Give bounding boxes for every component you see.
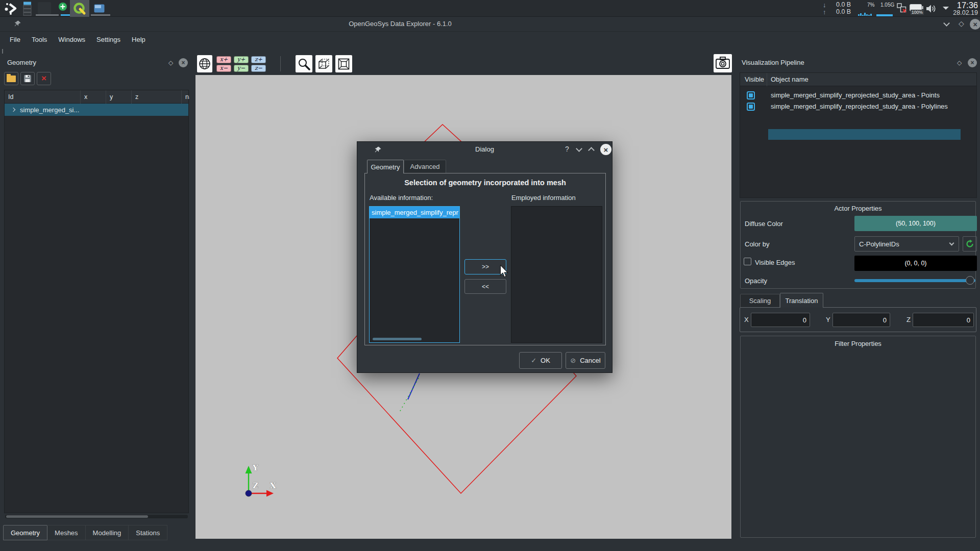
toolbar-drag-handle[interactable]	[2, 49, 3, 54]
dock-close-icon[interactable]: ×	[968, 58, 977, 67]
actor-properties-group: Actor Properties Diffuse Color (50, 100,…	[740, 201, 976, 289]
menu-windows[interactable]: Windows	[53, 34, 91, 45]
volume-icon[interactable]	[925, 4, 937, 13]
battery-icon[interactable]: 100%	[910, 4, 923, 11]
list-hscrollbar-thumb[interactable]	[373, 338, 422, 340]
column-y[interactable]: y	[106, 90, 132, 104]
column-x[interactable]: x	[81, 90, 106, 104]
dialog-tab-geometry[interactable]: Geometry	[367, 160, 404, 173]
task-item-qgis[interactable]	[70, 0, 89, 17]
dialog-help-icon[interactable]: ?	[565, 145, 569, 153]
geometry-table[interactable]: Id x y z name simple_merged_si...	[4, 90, 189, 513]
network-disconnected-icon[interactable]	[897, 3, 908, 14]
column-id[interactable]: Id	[5, 90, 81, 104]
pipeline-row-polylines[interactable]: simple_merged_simplify_reprojected_study…	[740, 101, 976, 112]
view-x-plus-button[interactable]: x+	[216, 56, 231, 63]
dialog-close-icon[interactable]: ×	[600, 144, 611, 155]
available-info-list[interactable]: simple_merged_simplify_repr	[369, 206, 460, 343]
translation-y-input[interactable]	[832, 313, 890, 327]
view-y-minus-button[interactable]: y−	[234, 65, 249, 72]
chevron-down-icon	[949, 241, 954, 246]
tab-scaling[interactable]: Scaling	[740, 294, 780, 308]
geometry-dock-title: Geometry	[7, 59, 36, 66]
opacity-slider-handle[interactable]	[966, 276, 974, 285]
tab-geometry[interactable]: Geometry	[3, 525, 47, 540]
dock-float-icon[interactable]: ◇	[957, 59, 962, 66]
tab-stations[interactable]: Stations	[129, 525, 167, 540]
clock-date[interactable]: 28.02.19	[948, 9, 978, 16]
menu-file[interactable]: File	[4, 34, 26, 45]
column-object-name[interactable]: Object name	[767, 73, 976, 86]
pipeline-item-label: simple_merged_simplify_reprojected_study…	[771, 91, 940, 99]
geometry-dock: Geometry ◇ × × Id x y z name	[3, 56, 190, 521]
cancel-button[interactable]: ⊘ Cancel	[566, 352, 605, 369]
task-item-add-icon[interactable]	[58, 2, 67, 11]
tab-meshes[interactable]: Meshes	[47, 525, 86, 540]
window-close-icon[interactable]: ×	[970, 19, 980, 30]
virtual-desktop-pager[interactable]	[23, 2, 32, 16]
view-z-plus-button[interactable]: z+	[251, 56, 266, 63]
color-by-dropdown[interactable]: C-PolylineIDs	[854, 236, 959, 252]
cpu-percent[interactable]: 7%	[867, 2, 874, 8]
memory-usage[interactable]: 1.05G	[880, 2, 894, 8]
remove-geometry-button[interactable]: ×	[37, 72, 51, 85]
cancel-circle-icon: ⊘	[570, 357, 576, 364]
list-item-selected[interactable]: simple_merged_simplify_repr	[370, 207, 459, 218]
column-z[interactable]: z	[132, 90, 182, 104]
zoom-button[interactable]	[296, 55, 312, 72]
column-visible[interactable]: Visible	[740, 73, 767, 86]
dock-float-icon[interactable]: ◇	[168, 59, 173, 66]
menu-tools[interactable]: Tools	[26, 34, 53, 45]
net-down-value: 0.0 B	[836, 1, 851, 8]
screenshot-button[interactable]	[714, 54, 732, 72]
translation-x-input[interactable]	[751, 313, 810, 327]
app-launcher-icon[interactable]	[4, 2, 18, 15]
window-shade-icon[interactable]	[943, 20, 950, 27]
tab-translation[interactable]: Translation	[780, 293, 823, 308]
menu-settings[interactable]: Settings	[91, 34, 126, 45]
menu-help[interactable]: Help	[126, 34, 151, 45]
opacity-slider-track[interactable]	[854, 279, 975, 282]
color-by-value: C-PolylineIDs	[859, 240, 899, 248]
view-z-minus-button[interactable]: z−	[251, 65, 266, 72]
globe-view-button[interactable]	[197, 55, 212, 72]
view-x-minus-button[interactable]: x−	[216, 65, 231, 72]
available-info-label: Available information:	[370, 194, 433, 202]
visibility-checkbox[interactable]	[747, 91, 755, 99]
pipeline-tree[interactable]: Visible Object name simple_merged_simpli…	[740, 72, 977, 198]
opacity-label: Opacity	[745, 277, 767, 285]
tab-modelling[interactable]: Modelling	[86, 525, 129, 540]
axis-z-label: Z	[253, 481, 258, 490]
pipeline-row-points[interactable]: simple_merged_simplify_reprojected_study…	[740, 90, 976, 101]
cube-icon	[317, 57, 331, 71]
column-name[interactable]: name	[182, 90, 189, 104]
geometry-hscrollbar-thumb[interactable]	[6, 515, 148, 518]
ok-button[interactable]: ✓ OK	[519, 352, 562, 369]
save-geometry-button[interactable]	[20, 72, 35, 85]
edge-color-button[interactable]: (0, 0, 0)	[854, 256, 977, 271]
task-underline-3	[91, 14, 110, 16]
perspective-view-button[interactable]	[315, 55, 332, 72]
nested-squares-icon	[337, 57, 351, 71]
visible-edges-checkbox[interactable]	[744, 258, 751, 265]
ortho-view-button[interactable]	[335, 55, 352, 72]
dialog-title: Dialog	[357, 145, 612, 153]
view-y-plus-button[interactable]: y+	[234, 56, 249, 63]
task-item-1[interactable]	[38, 2, 51, 14]
expander-icon[interactable]	[11, 108, 15, 112]
refresh-colors-button[interactable]	[963, 236, 977, 252]
open-geometry-button[interactable]	[4, 72, 18, 85]
task-item-window-icon[interactable]	[94, 4, 105, 13]
visibility-checkbox[interactable]	[747, 103, 755, 111]
diffuse-color-button[interactable]: (50, 100, 100)	[854, 216, 977, 231]
translation-z-input[interactable]	[913, 313, 974, 327]
move-left-button[interactable]: <<	[464, 279, 506, 294]
dock-close-icon[interactable]: ×	[179, 58, 188, 67]
mesh-geometry-dialog: Dialog ? × Geometry Advanced Selection o…	[357, 141, 612, 373]
window-maximize-icon[interactable]: ◇	[959, 19, 964, 28]
geometry-hscrollbar[interactable]	[5, 515, 188, 518]
employed-info-list[interactable]	[511, 206, 602, 343]
geometry-tree-row[interactable]: simple_merged_si...	[5, 104, 188, 116]
dialog-tab-advanced[interactable]: Advanced	[404, 160, 446, 173]
window-titlebar[interactable]: OpenGeoSys Data Explorer - 6.1.0 ◇ ×	[0, 17, 980, 32]
